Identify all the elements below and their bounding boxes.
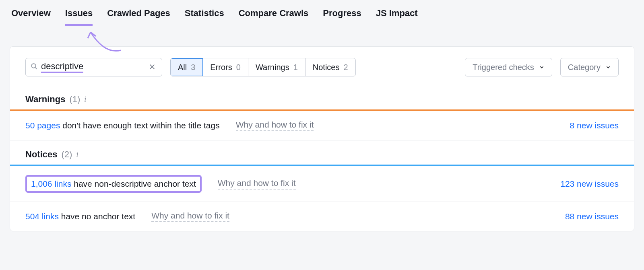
filter-all-label: All bbox=[178, 63, 187, 72]
notices-count: (2) bbox=[61, 149, 72, 160]
info-icon[interactable]: i bbox=[76, 150, 78, 159]
filter-warnings-label: Warnings bbox=[256, 63, 289, 72]
filter-warnings-count: 1 bbox=[293, 63, 298, 72]
issue-row: 504 links have no anchor text Why and ho… bbox=[10, 202, 634, 231]
notices-section-header: Notices (2) i bbox=[10, 140, 634, 165]
why-how-link[interactable]: Why and how to fix it bbox=[236, 120, 314, 131]
filter-notices-count: 2 bbox=[344, 63, 348, 72]
highlighted-issue: 1,006 links have non-descriptive anchor … bbox=[25, 175, 202, 193]
filter-warnings[interactable]: Warnings 1 bbox=[248, 58, 305, 76]
issue-text-rest: don't have enough text within the title … bbox=[60, 121, 219, 130]
warnings-count: (1) bbox=[69, 94, 80, 105]
issue-description: 504 links have no anchor text bbox=[25, 212, 135, 221]
tab-issues[interactable]: Issues bbox=[65, 8, 93, 26]
issue-description: 50 pages don't have enough text within t… bbox=[25, 121, 220, 130]
svg-line-1 bbox=[35, 67, 37, 69]
warnings-section-header: Warnings (1) i bbox=[10, 85, 634, 109]
search-input[interactable]: descriptive bbox=[41, 61, 147, 73]
chevron-down-icon bbox=[605, 64, 611, 70]
issue-text-rest: have no anchor text bbox=[59, 212, 135, 221]
issue-row: 1,006 links have non-descriptive anchor … bbox=[10, 166, 634, 202]
issue-count-link[interactable]: 50 pages bbox=[25, 121, 60, 130]
filter-errors[interactable]: Errors 0 bbox=[203, 58, 248, 76]
filter-notices[interactable]: Notices 2 bbox=[305, 58, 355, 76]
category-dropdown[interactable]: Category bbox=[560, 58, 619, 76]
search-icon bbox=[31, 63, 38, 72]
filter-errors-label: Errors bbox=[210, 63, 232, 72]
filter-all[interactable]: All 3 bbox=[171, 58, 203, 76]
tab-js-impact[interactable]: JS Impact bbox=[376, 8, 418, 26]
issue-row: 50 pages don't have enough text within t… bbox=[10, 111, 634, 140]
clear-search-icon[interactable] bbox=[147, 63, 157, 72]
toolbar: descriptive All 3 Errors 0 Warnings 1 No… bbox=[10, 47, 634, 85]
tab-compare-crawls[interactable]: Compare Crawls bbox=[239, 8, 309, 26]
issues-panel: descriptive All 3 Errors 0 Warnings 1 No… bbox=[10, 46, 634, 231]
issue-count-link[interactable]: 1,006 links bbox=[31, 179, 71, 188]
triggered-checks-dropdown[interactable]: Triggered checks bbox=[465, 58, 552, 76]
issue-count-link[interactable]: 504 links bbox=[25, 212, 59, 221]
chevron-down-icon bbox=[539, 64, 545, 70]
triggered-checks-label: Triggered checks bbox=[473, 63, 534, 72]
new-issues-link[interactable]: 123 new issues bbox=[560, 179, 619, 189]
tab-overview[interactable]: Overview bbox=[11, 8, 51, 26]
severity-filter-group: All 3 Errors 0 Warnings 1 Notices 2 bbox=[170, 58, 356, 76]
info-icon[interactable]: i bbox=[84, 95, 86, 104]
why-how-link[interactable]: Why and how to fix it bbox=[151, 211, 229, 222]
new-issues-link[interactable]: 8 new issues bbox=[570, 121, 619, 130]
warnings-title: Warnings bbox=[25, 94, 65, 105]
search-input-wrapper[interactable]: descriptive bbox=[25, 58, 162, 76]
tab-statistics[interactable]: Statistics bbox=[185, 8, 224, 26]
filter-notices-label: Notices bbox=[313, 63, 340, 72]
tab-progress[interactable]: Progress bbox=[323, 8, 361, 26]
filter-all-count: 3 bbox=[191, 63, 195, 72]
svg-point-0 bbox=[31, 64, 36, 68]
top-tabs: Overview Issues Crawled Pages Statistics… bbox=[0, 0, 644, 26]
issue-text-rest: have non-descriptive anchor text bbox=[71, 179, 196, 188]
filter-errors-count: 0 bbox=[236, 63, 241, 72]
tab-crawled-pages[interactable]: Crawled Pages bbox=[107, 8, 170, 26]
notices-title: Notices bbox=[25, 149, 57, 160]
category-label: Category bbox=[568, 63, 601, 72]
new-issues-link[interactable]: 88 new issues bbox=[565, 212, 619, 221]
why-how-link[interactable]: Why and how to fix it bbox=[218, 178, 296, 190]
